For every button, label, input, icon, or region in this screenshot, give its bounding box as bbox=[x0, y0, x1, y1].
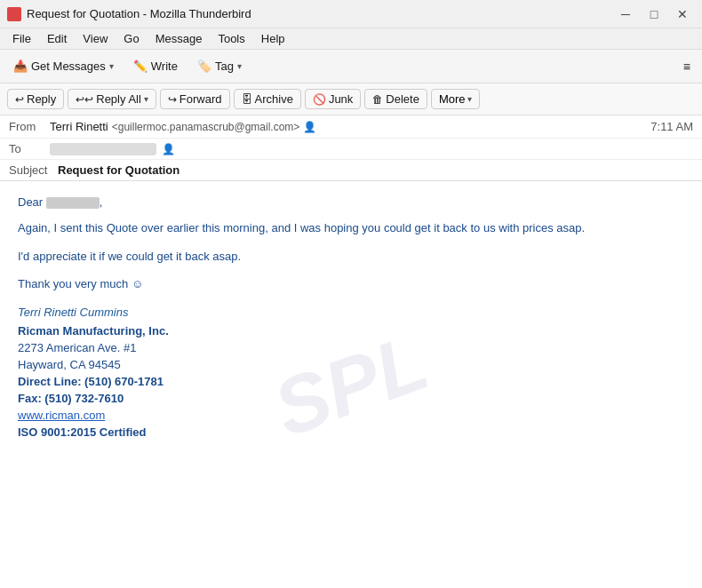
sig-website-link[interactable]: www.ricman.com bbox=[18, 409, 684, 422]
sig-fax: Fax: (510) 732-7610 bbox=[18, 392, 684, 405]
sig-direct: Direct Line: (510) 670-1781 bbox=[18, 375, 684, 388]
tag-icon: 🏷️ bbox=[197, 60, 211, 73]
from-label: From bbox=[9, 120, 44, 133]
tag-dropdown-icon[interactable]: ▾ bbox=[237, 61, 242, 71]
get-messages-icon: 📥 bbox=[13, 60, 28, 73]
delete-button[interactable]: 🗑 Delete bbox=[364, 89, 427, 109]
close-button[interactable]: ✕ bbox=[670, 4, 695, 24]
sig-certification: ISO 9001:2015 Certified bbox=[18, 425, 684, 439]
sig-company: Ricman Manufacturing, Inc. bbox=[18, 324, 684, 338]
menu-message[interactable]: Message bbox=[148, 30, 210, 47]
menu-file[interactable]: File bbox=[5, 30, 38, 47]
junk-icon: 🚫 bbox=[313, 93, 326, 106]
reply-all-icon: ↩↩ bbox=[76, 93, 93, 106]
email-header: ↩ Reply ↩↩ Reply All ▾ ↪ Forward 🗄 Archi… bbox=[0, 83, 702, 181]
email-paragraph-1: Again, I sent this Quote over earlier th… bbox=[18, 219, 684, 237]
forward-button[interactable]: ↪ Forward bbox=[160, 89, 230, 109]
sig-address1: 2273 American Ave. #1 bbox=[18, 341, 684, 354]
email-content: Dear , Again, I sent this Quote over ear… bbox=[18, 195, 684, 439]
tag-button[interactable]: 🏷️ Tag ▾ bbox=[189, 55, 250, 77]
reply-all-button[interactable]: ↩↩ Reply All ▾ bbox=[68, 89, 156, 109]
menu-edit[interactable]: Edit bbox=[40, 30, 74, 47]
to-row: To 👤 bbox=[0, 139, 702, 160]
email-greeting: Dear , bbox=[18, 195, 684, 209]
to-profile-icon: 👤 bbox=[162, 143, 175, 155]
email-timestamp: 7:11 AM bbox=[650, 120, 693, 133]
minimize-button[interactable]: ─ bbox=[613, 4, 638, 24]
archive-button[interactable]: 🗄 Archive bbox=[234, 89, 301, 109]
sender-profile-icon[interactable]: 👤 bbox=[303, 121, 316, 133]
email-paragraph-2: I'd appreciate it if we could get it bac… bbox=[18, 248, 684, 266]
more-button[interactable]: More ▾ bbox=[431, 89, 480, 109]
window-title: Request for Quotation - Mozilla Thunderb… bbox=[27, 7, 251, 20]
from-row: From Terri Rinetti <guillermoc.panamascr… bbox=[0, 115, 702, 139]
menu-tools[interactable]: Tools bbox=[211, 30, 251, 47]
write-icon: ✏️ bbox=[133, 60, 148, 73]
menu-bar: File Edit View Go Message Tools Help bbox=[0, 28, 702, 50]
maximize-button[interactable]: □ bbox=[642, 4, 666, 24]
menu-view[interactable]: View bbox=[76, 30, 115, 47]
main-toolbar: 📥 Get Messages ▾ ✏️ Write 🏷️ Tag ▾ ≡ bbox=[0, 50, 702, 83]
write-button[interactable]: ✏️ Write bbox=[125, 55, 186, 77]
email-action-toolbar: ↩ Reply ↩↩ Reply All ▾ ↪ Forward 🗄 Archi… bbox=[0, 83, 702, 115]
junk-button[interactable]: 🚫 Junk bbox=[305, 89, 361, 109]
sender-name: Terri Rinetti bbox=[50, 120, 108, 133]
hamburger-menu-button[interactable]: ≡ bbox=[677, 55, 697, 78]
delete-icon: 🗑 bbox=[372, 93, 383, 106]
title-bar: Request for Quotation - Mozilla Thunderb… bbox=[0, 0, 702, 28]
menu-go[interactable]: Go bbox=[116, 30, 146, 47]
forward-icon: ↪ bbox=[168, 93, 177, 106]
subject-row: Subject Request for Quotation bbox=[0, 160, 702, 180]
hamburger-icon: ≡ bbox=[683, 60, 690, 74]
menu-help[interactable]: Help bbox=[254, 30, 292, 47]
reply-icon: ↩ bbox=[15, 93, 24, 106]
archive-icon: 🗄 bbox=[242, 93, 252, 106]
email-thank-you: Thank you very much ☺ bbox=[18, 275, 684, 293]
to-address-blurred bbox=[50, 143, 156, 155]
subject-label: Subject bbox=[9, 163, 58, 177]
reply-button[interactable]: ↩ Reply bbox=[7, 89, 64, 109]
sender-email: <guillermoc.panamascrub@gmail.com> bbox=[112, 121, 300, 133]
email-body: SPL Dear , Again, I sent this Quote over… bbox=[0, 181, 702, 588]
reply-all-dropdown-icon[interactable]: ▾ bbox=[144, 94, 148, 104]
sig-address2: Hayward, CA 94545 bbox=[18, 358, 684, 371]
more-dropdown-icon: ▾ bbox=[467, 94, 472, 104]
get-messages-dropdown-icon[interactable]: ▾ bbox=[109, 61, 114, 71]
signature-section: Terri Rinetti Cummins Ricman Manufacturi… bbox=[18, 306, 684, 439]
window-controls: ─ □ ✕ bbox=[613, 4, 695, 24]
recipient-name-blurred bbox=[46, 197, 100, 209]
app-icon bbox=[7, 7, 21, 21]
to-label: To bbox=[9, 142, 44, 155]
sig-name: Terri Rinetti Cummins bbox=[18, 306, 684, 319]
email-subject: Request for Quotation bbox=[58, 163, 179, 177]
get-messages-button[interactable]: 📥 Get Messages ▾ bbox=[5, 55, 122, 77]
sender-info: Terri Rinetti <guillermoc.panamascrub@gm… bbox=[50, 120, 645, 133]
